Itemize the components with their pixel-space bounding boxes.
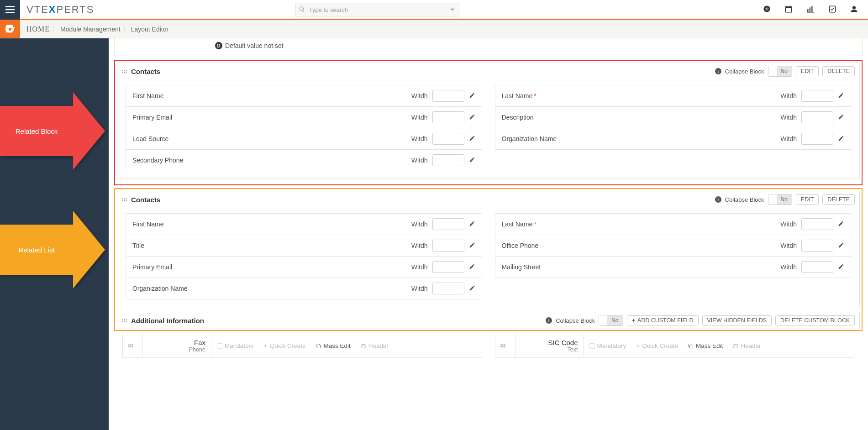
drag-handle-icon[interactable]: [495, 334, 516, 357]
opt-header[interactable]: Header: [361, 338, 389, 354]
drag-handle-icon[interactable]: [122, 319, 127, 322]
edit-button[interactable]: EDIT: [796, 66, 819, 76]
field-label: First Name: [132, 220, 411, 228]
delete-button[interactable]: DELETE: [822, 66, 855, 76]
svg-rect-11: [810, 7, 810, 12]
pencil-icon[interactable]: [838, 92, 844, 100]
field-column-right: Last Name* Witdh Office Phone Witdh Mail…: [495, 213, 852, 299]
opt-mass-edit[interactable]: Mass Edit: [688, 338, 723, 354]
breadcrumb-home[interactable]: HOME: [26, 25, 50, 33]
svg-rect-8: [787, 5, 788, 7]
width-input[interactable]: [432, 111, 464, 123]
field-label: Lead Source: [132, 135, 411, 142]
hamburger-menu[interactable]: [0, 0, 20, 20]
field-row[interactable]: Last Name* Witdh: [495, 85, 852, 107]
info-icon[interactable]: i: [715, 68, 721, 74]
breadcrumb-module[interactable]: Module Management: [60, 26, 121, 33]
width-input[interactable]: [801, 90, 833, 102]
svg-rect-0: [5, 6, 15, 7]
width-input[interactable]: [432, 133, 464, 145]
width-label: Witdh: [411, 285, 428, 292]
breadcrumb-layout[interactable]: Layout Editor: [131, 26, 169, 33]
width-label: Witdh: [411, 114, 428, 121]
pencil-icon[interactable]: [838, 242, 844, 250]
field-column-right: Last Name* Witdh Description Witdh Organ…: [495, 85, 852, 171]
opt-mandatory[interactable]: Mandatory: [589, 338, 626, 354]
field-row[interactable]: Organization Name Witdh: [126, 278, 482, 299]
svg-rect-9: [790, 5, 791, 7]
edit-button[interactable]: EDIT: [796, 194, 819, 205]
add-custom-field-button[interactable]: +ADD CUSTOM FIELD: [627, 315, 699, 325]
width-input[interactable]: [432, 261, 464, 273]
pencil-icon[interactable]: [838, 135, 844, 143]
pencil-icon[interactable]: [838, 263, 844, 271]
width-input[interactable]: [432, 90, 464, 102]
field-row[interactable]: Secondary Phone Witdh: [126, 150, 482, 171]
field-label: Organization Name: [132, 285, 411, 292]
field-row[interactable]: Last Name* Witdh: [495, 213, 852, 235]
svg-point-15: [852, 6, 856, 9]
collapse-label: Collapse Block: [725, 196, 764, 203]
info-icon[interactable]: i: [546, 317, 552, 324]
opt-quick-create[interactable]: +Quick Create: [264, 338, 306, 354]
field-card-row: Fax Phone Mandatory +Quick Create Mass E…: [114, 334, 863, 365]
width-input[interactable]: [432, 283, 464, 294]
collapse-toggle[interactable]: No: [599, 315, 623, 326]
chart-icon[interactable]: [806, 5, 815, 15]
field-row[interactable]: Primary Email Witdh: [126, 257, 482, 278]
block-additional-info: Additional Information i Collapse Block …: [117, 312, 860, 329]
search-input[interactable]: [295, 3, 459, 16]
field-row[interactable]: Primary Email Witdh: [126, 107, 482, 128]
field-row[interactable]: Office Phone Witdh: [495, 235, 852, 257]
width-input[interactable]: [801, 261, 833, 273]
delete-custom-block-button[interactable]: DELETE CUSTOM BLOCK: [775, 315, 855, 325]
delete-button[interactable]: DELETE: [822, 194, 855, 205]
width-input[interactable]: [801, 111, 833, 123]
user-icon[interactable]: [850, 5, 858, 14]
pencil-icon[interactable]: [469, 135, 475, 143]
field-row[interactable]: Title Witdh: [126, 235, 482, 257]
calendar-icon[interactable]: [784, 5, 793, 15]
width-input[interactable]: [801, 218, 833, 230]
settings-gear[interactable]: [0, 20, 20, 38]
field-row[interactable]: Organization Name Witdh: [495, 128, 852, 150]
width-input[interactable]: [432, 154, 464, 166]
chevron-down-icon[interactable]: [449, 6, 456, 13]
width-input[interactable]: [432, 240, 464, 252]
field-row[interactable]: First Name Witdh: [126, 85, 482, 107]
opt-quick-create[interactable]: +Quick Create: [636, 338, 678, 354]
width-label: Witdh: [780, 92, 797, 100]
add-icon[interactable]: [763, 5, 771, 14]
view-hidden-fields-button[interactable]: VIEW HIDDEN FIELDS: [702, 315, 772, 325]
opt-header[interactable]: Header: [733, 338, 761, 354]
info-icon[interactable]: i: [715, 196, 721, 203]
svg-rect-7: [785, 6, 792, 8]
field-label: Last Name*: [502, 220, 781, 228]
pencil-icon[interactable]: [469, 114, 475, 121]
field-row[interactable]: Mailing Street Witdh: [495, 257, 852, 278]
pencil-icon[interactable]: [469, 285, 475, 293]
field-row[interactable]: Lead Source Witdh: [126, 128, 482, 150]
pencil-icon[interactable]: [469, 92, 475, 100]
pencil-icon[interactable]: [838, 220, 844, 228]
pencil-icon[interactable]: [469, 263, 475, 271]
width-input[interactable]: [801, 133, 833, 145]
field-row[interactable]: Description Witdh: [495, 107, 852, 128]
pencil-icon[interactable]: [469, 242, 475, 250]
collapse-toggle[interactable]: No: [768, 66, 792, 77]
annotation-arrow-block: Related Block: [0, 92, 105, 170]
width-input[interactable]: [801, 240, 833, 252]
width-input[interactable]: [432, 218, 464, 230]
field-card-fax: Fax Phone Mandatory +Quick Create Mass E…: [122, 334, 482, 358]
collapse-toggle[interactable]: No: [768, 194, 792, 205]
task-icon[interactable]: [828, 5, 836, 15]
drag-handle-icon[interactable]: [123, 334, 143, 357]
pencil-icon[interactable]: [469, 157, 475, 164]
opt-mass-edit[interactable]: Mass Edit: [316, 338, 350, 354]
drag-handle-icon[interactable]: [122, 198, 127, 201]
opt-mandatory[interactable]: Mandatory: [217, 338, 254, 354]
field-row[interactable]: First Name Witdh: [126, 213, 482, 235]
drag-handle-icon[interactable]: [122, 70, 127, 73]
pencil-icon[interactable]: [469, 220, 475, 228]
pencil-icon[interactable]: [838, 114, 844, 121]
